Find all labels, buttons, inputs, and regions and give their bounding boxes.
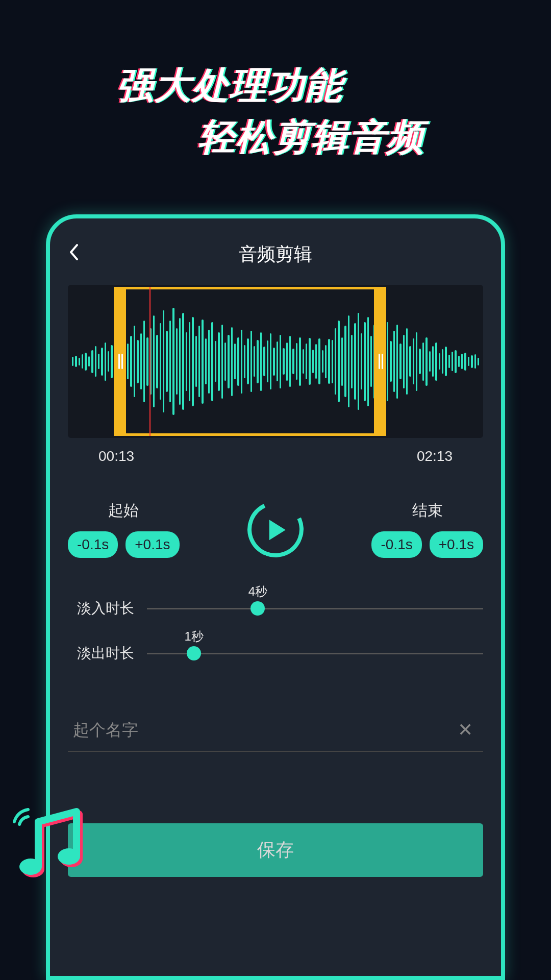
start-plus-button[interactable]: +0.1s [126,531,179,558]
back-button[interactable] [68,243,79,266]
fadein-thumb[interactable]: 4秒 [251,601,265,616]
svg-point-2 [19,859,42,875]
start-time: 00:13 [98,448,134,464]
promo-line-1: 强大处理功能 [0,61,551,110]
page-title: 音频剪辑 [239,242,312,267]
trim-handle-start[interactable] [114,287,126,436]
playhead[interactable] [149,287,151,436]
controls-row: 起始 -0.1s +0.1s 结束 -0.1s +0.1s [68,500,483,558]
svg-point-3 [58,848,80,865]
music-note-icon [10,796,102,888]
clear-button[interactable]: ✕ [453,719,478,741]
trim-border-bottom [114,433,386,436]
save-button[interactable]: 保存 [68,823,483,877]
waveform [68,285,483,438]
chevron-left-icon [68,243,79,261]
waveform-container[interactable] [68,285,483,438]
start-minus-button[interactable]: -0.1s [68,531,118,558]
end-minus-button[interactable]: -0.1s [371,531,421,558]
name-input-row: ✕ [68,709,483,752]
fadeout-section: 淡出时长 1秒 [68,644,483,663]
fadein-slider[interactable]: 4秒 [147,608,483,609]
fadeout-slider[interactable]: 1秒 [147,653,483,654]
promo-line-2: 轻松剪辑音频 [71,113,551,162]
promo-headline: 强大处理功能 轻松剪辑音频 [0,61,551,162]
time-labels: 00:13 02:13 [68,448,483,464]
start-label: 起始 [108,500,139,521]
fadeout-value: 1秒 [185,628,204,645]
end-control-group: 结束 -0.1s +0.1s [371,500,483,558]
fadein-value: 4秒 [248,583,267,600]
start-control-group: 起始 -0.1s +0.1s [68,500,180,558]
end-time: 02:13 [417,448,453,464]
phone-frame: 音频剪辑 00:13 02:13 起始 -0.1s +0.1s [46,214,505,980]
fadein-section: 淡入时长 4秒 [68,599,483,618]
trim-handle-end[interactable] [374,287,386,436]
fadeout-thumb[interactable]: 1秒 [187,646,201,660]
play-button[interactable] [240,493,312,565]
app-header: 音频剪辑 [68,239,483,270]
end-plus-button[interactable]: +0.1s [430,531,483,558]
end-label: 结束 [412,500,443,521]
trim-border-top [114,287,386,289]
play-icon [269,520,286,540]
name-input[interactable] [73,721,453,740]
fadeout-label: 淡出时长 [68,644,134,663]
fadein-label: 淡入时长 [68,599,134,618]
